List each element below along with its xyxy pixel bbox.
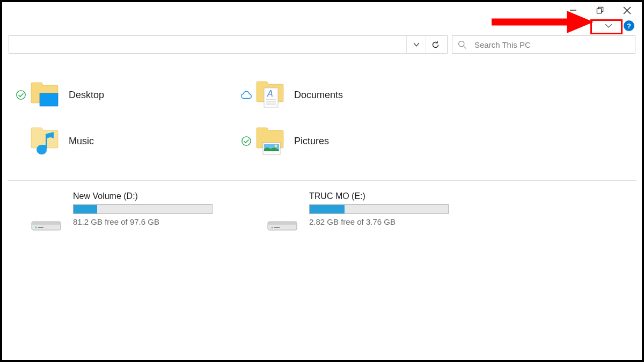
svg-point-9	[17, 91, 25, 99]
maximize-button[interactable]	[591, 4, 609, 17]
svg-text:A: A	[267, 89, 273, 98]
drive-free-text: 81.2 GB free of 97.6 GB	[73, 217, 244, 226]
address-bar[interactable]	[9, 35, 448, 54]
refresh-button[interactable]	[426, 36, 445, 53]
drive-icon	[265, 201, 299, 233]
check-circle-icon	[241, 136, 252, 146]
folder-item-music[interactable]: Music	[8, 118, 233, 164]
annotation-arrow	[492, 10, 594, 34]
drive-item-e[interactable]: TRUC MO (E:) 2.82 GB free of 3.76 GB	[244, 191, 480, 233]
cloud-icon	[240, 90, 252, 100]
folder-label: Documents	[294, 90, 343, 101]
music-folder-icon	[29, 125, 61, 157]
svg-rect-27	[268, 221, 297, 225]
svg-point-7	[459, 41, 464, 46]
folder-item-documents[interactable]: A Documents	[233, 72, 458, 118]
svg-rect-29	[274, 227, 280, 228]
drive-free-text: 2.82 GB free of 3.76 GB	[309, 217, 480, 226]
search-input[interactable]	[474, 40, 630, 49]
folder-label: Music	[69, 136, 94, 147]
pictures-folder-icon	[254, 125, 287, 157]
folder-label: Desktop	[69, 90, 104, 101]
svg-rect-10	[40, 93, 58, 106]
drive-usage-bar	[73, 204, 213, 214]
svg-rect-25	[38, 227, 43, 228]
explorer-window: ?	[2, 2, 642, 360]
drive-item-d[interactable]: New Volume (D:) 81.2 GB free of 97.6 GB	[8, 191, 244, 233]
check-circle-icon	[16, 90, 26, 100]
chevron-down-icon	[413, 41, 420, 48]
desktop-folder-icon	[29, 79, 61, 111]
close-icon	[623, 6, 631, 14]
documents-folder-icon: A	[254, 79, 287, 111]
svg-point-28	[272, 227, 273, 228]
sync-status	[13, 90, 29, 100]
folders-section: Desktop Music	[8, 72, 636, 164]
drive-usage-bar	[309, 204, 449, 214]
svg-point-11	[37, 146, 47, 154]
close-button[interactable]	[618, 4, 635, 17]
svg-line-8	[464, 46, 466, 48]
drive-name: New Volume (D:)	[73, 191, 244, 201]
annotation-highlight-box	[590, 19, 623, 34]
sync-status	[238, 136, 254, 146]
svg-point-21	[275, 145, 277, 147]
drive-usage-fill	[310, 205, 345, 213]
sync-status	[238, 90, 254, 100]
folder-label: Pictures	[294, 136, 329, 147]
svg-marker-6	[567, 11, 594, 33]
maximize-icon	[596, 6, 604, 14]
search-icon	[458, 40, 467, 49]
svg-rect-2	[597, 9, 601, 13]
drives-section: New Volume (D:) 81.2 GB free of 97.6 GB	[8, 191, 636, 233]
search-box[interactable]	[452, 35, 635, 54]
folder-item-desktop[interactable]: Desktop	[8, 72, 233, 118]
main-content: Desktop Music	[2, 56, 642, 239]
drive-icon	[29, 201, 63, 233]
address-search-row	[2, 33, 642, 56]
drive-name: TRUC MO (E:)	[309, 191, 480, 201]
svg-point-24	[35, 227, 37, 228]
drive-usage-fill	[74, 205, 97, 213]
help-button[interactable]: ?	[624, 20, 634, 31]
svg-point-18	[242, 137, 251, 145]
address-dropdown-button[interactable]	[406, 36, 426, 53]
section-divider	[8, 180, 636, 181]
refresh-icon	[431, 40, 440, 49]
svg-rect-23	[32, 221, 61, 225]
arrow-icon	[492, 10, 594, 34]
folder-item-pictures[interactable]: Pictures	[233, 118, 458, 164]
